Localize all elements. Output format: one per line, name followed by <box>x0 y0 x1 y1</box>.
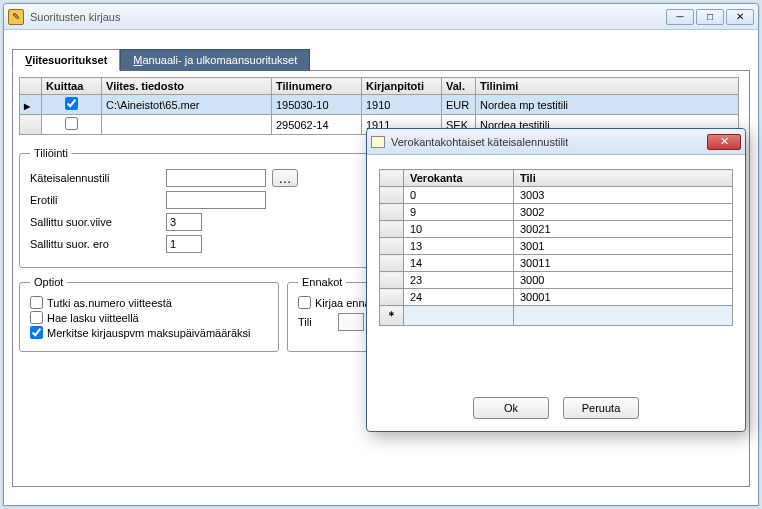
cell-tilinumero[interactable]: 195030-10 <box>272 95 362 115</box>
dialog-close-button[interactable]: ✕ <box>707 134 741 150</box>
tiliointi-legend: Tiliöinti <box>30 147 72 159</box>
cell-tilinimi[interactable]: Nordea mp testitili <box>476 95 739 115</box>
sallittuero-label: Sallittu suor. ero <box>30 238 160 250</box>
dialog-titlebar: Verokantakohtaiset käteisalennustilit ✕ <box>367 129 745 155</box>
col-verokanta[interactable]: Verokanta <box>404 170 514 187</box>
kateisalennustili-input[interactable] <box>166 169 266 187</box>
kateisalennustili-label: Käteisalennustili <box>30 172 160 184</box>
payments-table[interactable]: Kuittaa Viites. tiedosto Tilinumero Kirj… <box>19 77 739 135</box>
cell-tiedosto[interactable] <box>102 115 272 135</box>
col-rowselector <box>20 78 42 95</box>
minimize-button[interactable]: ─ <box>666 9 694 25</box>
sallittuviive-label: Sallittu suor.viive <box>30 216 160 228</box>
breadcrumb <box>4 30 758 46</box>
table-row[interactable]: 1030021 <box>380 221 733 238</box>
ennakot-tili-input[interactable] <box>338 313 364 331</box>
table-row[interactable]: 03003 <box>380 187 733 204</box>
optiot-legend: Optiot <box>30 276 67 288</box>
table-row[interactable]: 133001 <box>380 238 733 255</box>
maximize-button[interactable]: □ <box>696 9 724 25</box>
merkitse-label: Merkitse kirjauspvm maksupäivämääräksi <box>47 327 251 339</box>
main-titlebar: ✎ Suoritusten kirjaus ─ □ ✕ <box>4 4 758 30</box>
table-row[interactable]: 1430011 <box>380 255 733 272</box>
cell-tilinumero[interactable]: 295062-14 <box>272 115 362 135</box>
tiliointi-group: Tiliöinti Käteisalennustili … Erotili Sa… <box>19 147 389 268</box>
app-icon: ✎ <box>8 9 24 25</box>
row-pointer <box>20 95 42 115</box>
tabstrip: Viitesuoritukset Manuaali- ja ulkomaansu… <box>12 48 750 71</box>
close-button[interactable]: ✕ <box>726 9 754 25</box>
erotili-input[interactable] <box>166 191 266 209</box>
window-title: Suoritusten kirjaus <box>30 11 664 23</box>
tab-manuaali[interactable]: Manuaali- ja ulkomaansuoritukset <box>120 49 310 71</box>
cell-tiedosto[interactable]: C:\Aineistot\65.mer <box>102 95 272 115</box>
table-row[interactable]: 233000 <box>380 272 733 289</box>
col-viitestiedosto[interactable]: Viites. tiedosto <box>102 78 272 95</box>
cell-val[interactable]: EUR <box>442 95 476 115</box>
dialog-buttons: Ok Peruuta <box>367 387 745 431</box>
table-new-row[interactable]: ＊ <box>380 306 733 326</box>
col-kuittaa[interactable]: Kuittaa <box>42 78 102 95</box>
kuittaa-checkbox[interactable] <box>65 97 78 110</box>
tab-viitesuoritukset[interactable]: Viitesuoritukset <box>12 49 120 71</box>
tutki-label: Tutki as.numero viitteestä <box>47 297 172 309</box>
new-row-icon: ＊ <box>380 306 404 326</box>
col-kirjanpitoti[interactable]: Kirjanpitoti <box>362 78 442 95</box>
ok-button[interactable]: Ok <box>473 397 549 419</box>
optiot-group: Optiot Tutki as.numero viitteestä Hae la… <box>19 276 279 352</box>
sallittuero-input[interactable] <box>166 235 202 253</box>
cell-kirjanpitoti[interactable]: 1910 <box>362 95 442 115</box>
col-tili[interactable]: Tili <box>514 170 733 187</box>
col-tilinimi[interactable]: Tilinimi <box>476 78 739 95</box>
kuittaa-checkbox[interactable] <box>65 117 78 130</box>
table-row[interactable]: 2430001 <box>380 289 733 306</box>
hae-checkbox[interactable] <box>30 311 43 324</box>
sallittuviive-input[interactable] <box>166 213 202 231</box>
ennakot-tili-label: Tili <box>298 316 332 328</box>
table-row[interactable]: C:\Aineistot\65.mer 195030-10 1910 EUR N… <box>20 95 739 115</box>
dialog-body: Verokanta Tili 03003 93002 1030021 13300… <box>367 155 745 387</box>
merkitse-checkbox[interactable] <box>30 326 43 339</box>
erotili-label: Erotili <box>30 194 160 206</box>
tutki-checkbox[interactable] <box>30 296 43 309</box>
verokanta-table[interactable]: Verokanta Tili 03003 93002 1030021 13300… <box>379 169 733 326</box>
kateisalennustili-browse-button[interactable]: … <box>272 169 298 187</box>
folder-icon <box>371 136 385 148</box>
cancel-button[interactable]: Peruuta <box>563 397 639 419</box>
kirjaa-ennako-checkbox[interactable] <box>298 296 311 309</box>
row-pointer <box>20 115 42 135</box>
table-row[interactable]: 93002 <box>380 204 733 221</box>
ennakot-legend: Ennakot <box>298 276 346 288</box>
verokanta-dialog: Verokantakohtaiset käteisalennustilit ✕ … <box>366 128 746 432</box>
dialog-title: Verokantakohtaiset käteisalennustilit <box>391 136 707 148</box>
hae-label: Hae lasku viitteellä <box>47 312 139 324</box>
col-tilinumero[interactable]: Tilinumero <box>272 78 362 95</box>
col-val[interactable]: Val. <box>442 78 476 95</box>
